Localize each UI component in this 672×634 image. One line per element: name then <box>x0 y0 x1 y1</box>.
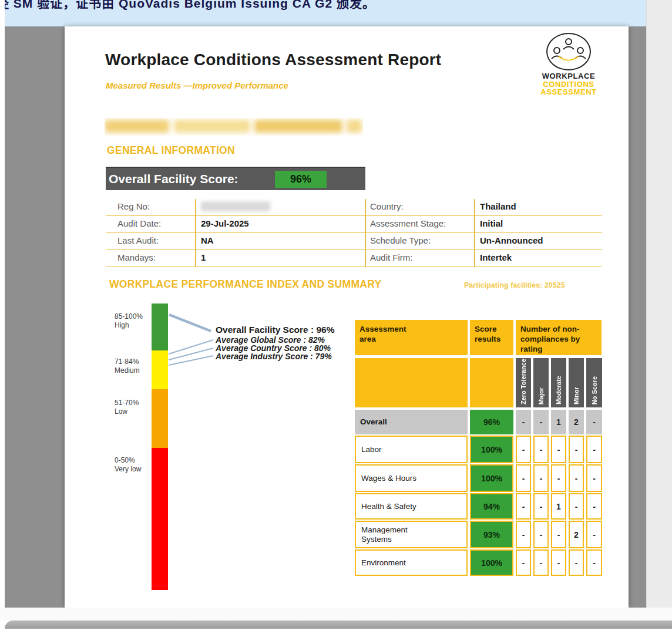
scale-name: High <box>115 321 143 330</box>
table-row-environment: Environment 100% - - - - - <box>355 549 602 576</box>
people-icon <box>550 37 587 66</box>
rating-value: - <box>533 436 549 463</box>
country-label: Country: <box>370 201 404 211</box>
table-row-management-systems: Management Systems 93% - - - 2 - <box>355 521 602 548</box>
rating-value: - <box>516 464 531 492</box>
redaction-blob <box>201 201 270 211</box>
rating-value: - <box>586 549 602 576</box>
scale-label-medium: 71-84% Medium <box>115 358 140 375</box>
row-score: 94% <box>470 493 513 520</box>
scale-label-high: 85-100% High <box>115 312 143 330</box>
bottom-strip <box>0 608 672 620</box>
rating-value: - <box>586 521 602 548</box>
rating-header-no-score: No Score <box>586 358 602 407</box>
table-row: Mandays: 1 Audit Firm: Intertek <box>106 250 602 267</box>
summary-table-header: Assessment area Score results Number of … <box>355 320 602 355</box>
row-score: 96% <box>470 410 513 434</box>
rating-value: - <box>516 521 531 548</box>
row-area: Management Systems <box>355 521 468 548</box>
scale-band-low <box>152 389 168 448</box>
summary-table-subheader: Zero Tolerance Major Moderate Minor No S… <box>355 358 602 407</box>
rating-header-minor: Minor <box>569 358 584 407</box>
logo-line-assessment: ASSESSMENT <box>533 88 604 96</box>
audit-firm-label: Audit Firm: <box>370 252 413 262</box>
logo-line-conditions: CONDITIONS <box>533 80 604 89</box>
table-row-labor: Labor 100% - - - - - <box>355 436 602 463</box>
rating-value: - <box>533 493 549 520</box>
overall-score-label: Overall Facility Score: <box>109 168 238 190</box>
rating-value: - <box>516 493 531 520</box>
rating-value: - <box>551 549 566 576</box>
scale-range: 71-84% <box>115 358 140 366</box>
rating-value: - <box>586 493 602 520</box>
rating-value: 2 <box>569 410 584 434</box>
rating-value: - <box>551 464 566 492</box>
row-score: 100% <box>470 464 513 492</box>
row-score: 100% <box>470 436 513 463</box>
annotation-overall-score: Overall Facility Score : 96% <box>216 325 334 335</box>
scale-range: 51-70% <box>115 399 139 407</box>
rating-value: - <box>569 549 584 576</box>
overall-score-value: 96% <box>275 171 327 188</box>
certificate-banner-text: 经 SM 验证，证书由 QuoVadis Belgium Issuing CA … <box>5 0 375 11</box>
logo-line-workplace: WORKPLACE <box>533 72 604 80</box>
redaction-blob <box>174 120 250 133</box>
row-area: Environment <box>355 549 468 576</box>
scale-name: Medium <box>115 366 140 375</box>
table-row: Audit Date: 29-Jul-2025 Assessment Stage… <box>106 216 602 233</box>
report-subtitle: Measured Results —Improved Performance <box>106 80 288 90</box>
rating-value: - <box>586 436 602 463</box>
table-row-health-safety: Health & Safety 94% - - 1 - - <box>355 493 602 520</box>
header-noncompliances: Number of non-compliances by rating <box>516 320 602 355</box>
performance-scale-bar <box>152 303 168 590</box>
scale-name: Very low <box>115 465 141 474</box>
table-row: Reg No: Country: Thailand <box>106 199 602 216</box>
last-audit-label: Last Audit: <box>117 235 159 245</box>
audit-date-label: Audit Date: <box>117 218 161 228</box>
general-information-heading: GENERAL INFORMATION <box>107 144 235 157</box>
last-audit-value: NA <box>201 235 214 245</box>
table-row: Last Audit: NA Schedule Type: Un-Announc… <box>106 233 602 250</box>
row-area: Overall <box>355 410 468 434</box>
summary-section-heading: WORKPLACE PERFORMANCE INDEX AND SUMMARY <box>109 278 381 291</box>
header-score-results: Score results <box>470 320 513 355</box>
scale-range: 0-50% <box>115 456 141 465</box>
rating-value: - <box>533 521 549 548</box>
country-value: Thailand <box>480 201 516 211</box>
rating-value: 1 <box>551 493 566 520</box>
scale-label-very-low: 0-50% Very low <box>115 456 141 474</box>
rating-value: - <box>569 436 584 463</box>
assessment-stage-value: Initial <box>480 218 503 228</box>
redaction-blob <box>347 120 362 133</box>
scale-range: 85-100% <box>115 312 143 321</box>
rating-value: - <box>516 410 531 434</box>
row-score: 93% <box>470 521 513 548</box>
audit-firm-value: Intertek <box>480 252 512 262</box>
rating-header-zero-tolerance: Zero Tolerance <box>516 358 531 407</box>
audit-date-value: 29-Jul-2025 <box>201 218 249 228</box>
rating-value: - <box>569 493 584 520</box>
table-row-wages-hours: Wages & Hours 100% - - - - - <box>355 464 602 492</box>
report-title: Workplace Conditions Assessment Report <box>105 50 441 69</box>
summary-table: Assessment area Score results Number of … <box>355 320 602 577</box>
rating-value: - <box>533 410 549 434</box>
reg-no-value <box>201 201 270 213</box>
screen: 经 SM 验证，证书由 QuoVadis Belgium Issuing CA … <box>0 0 672 634</box>
assessment-stage-label: Assessment Stage: <box>370 218 446 228</box>
rating-value: - <box>533 549 549 576</box>
redaction-blob <box>254 120 342 133</box>
facility-name-redacted <box>105 118 363 136</box>
rating-value: - <box>516 436 531 463</box>
wca-logo-text: WORKPLACE CONDITIONS ASSESSMENT <box>533 72 604 96</box>
mandays-label: Mandays: <box>117 252 156 262</box>
schedule-type-value: Un-Announced <box>480 235 543 245</box>
rating-value: - <box>586 464 602 492</box>
rating-header-moderate: Moderate <box>551 358 566 407</box>
rating-value: - <box>586 410 602 434</box>
browser-certificate-banner[interactable]: 经 SM 验证，证书由 QuoVadis Belgium Issuing CA … <box>5 0 646 26</box>
scale-band-high <box>152 303 168 350</box>
scale-band-very-low <box>152 448 168 590</box>
row-score: 100% <box>470 549 513 576</box>
rating-value: - <box>551 436 566 463</box>
overall-facility-score-bar: Overall Facility Score: 96% <box>106 167 365 190</box>
